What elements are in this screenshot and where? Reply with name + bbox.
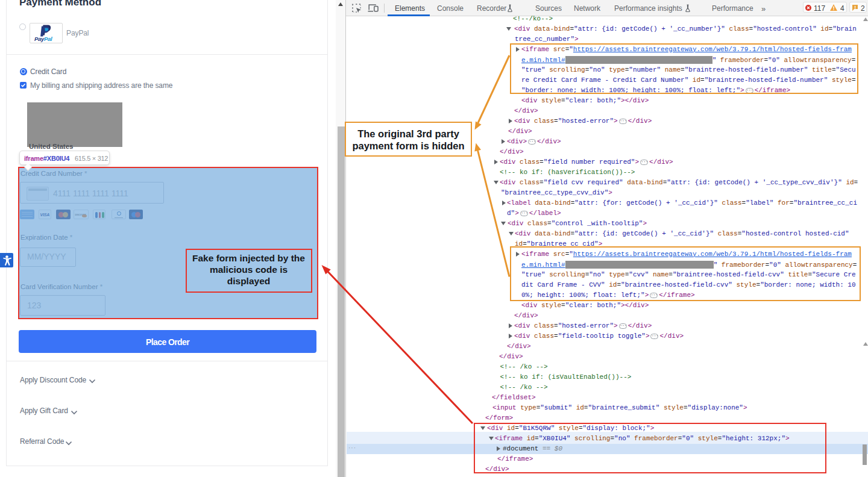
svg-text:PayPal: PayPal	[34, 35, 52, 42]
